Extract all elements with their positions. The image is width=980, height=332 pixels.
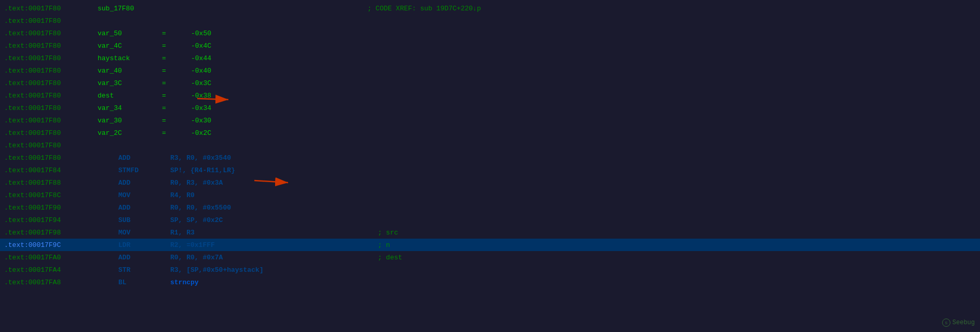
addr-15: .text:00017F88 bbox=[4, 179, 98, 187]
mnemonic-22: STR bbox=[118, 266, 170, 274]
mnemonic-21: ADD bbox=[118, 254, 170, 261]
code-line-14: .text:00017F84 STMFD SP!, {R4-R11,LR} bbox=[0, 164, 980, 176]
value-7: -0x3C bbox=[191, 79, 211, 87]
equals-11: = bbox=[160, 129, 191, 137]
equals-6: = bbox=[160, 67, 191, 75]
addr-13: .text:00017F80 bbox=[4, 154, 98, 162]
mnemonic-23: BL bbox=[118, 279, 170, 286]
comment-21: ; dest bbox=[378, 254, 402, 261]
mnemonic-18: SUB bbox=[118, 216, 170, 224]
operands-17: R0, R0, #0x5500 bbox=[170, 204, 316, 212]
seebug-logo: S bbox=[942, 319, 950, 327]
value-9: -0x34 bbox=[191, 104, 211, 112]
code-line-10: .text:00017F80 var_30 = -0x30 bbox=[0, 114, 980, 127]
addr-22: .text:00017FA4 bbox=[4, 266, 98, 274]
code-line-15: .text:00017F88 ADD R0, R3, #0x3A bbox=[0, 176, 980, 189]
code-line-20: .text:00017F9C LDR R2, =0x1FFF ; n bbox=[0, 239, 980, 251]
value-6: -0x40 bbox=[191, 67, 211, 75]
value-4: -0x4C bbox=[191, 42, 211, 50]
addr-11: .text:00017F80 bbox=[4, 129, 98, 137]
equals-10: = bbox=[160, 117, 191, 125]
operands-21: R0, R0, #0x7A bbox=[170, 254, 316, 261]
value-10: -0x30 bbox=[191, 117, 211, 125]
addr-5: .text:00017F80 bbox=[4, 54, 98, 62]
operands-16: R4, R0 bbox=[170, 191, 316, 199]
equals-9: = bbox=[160, 104, 191, 112]
equals-4: = bbox=[160, 42, 191, 50]
mnemonic-16: MOV bbox=[118, 191, 170, 199]
addr-21: .text:00017FA0 bbox=[4, 254, 98, 261]
addr-8: .text:00017F80 bbox=[4, 92, 98, 100]
code-line-6: .text:00017F80 var_40 = -0x40 bbox=[0, 64, 980, 77]
addr-20: .text:00017F9C bbox=[4, 241, 98, 249]
mnemonic-17: ADD bbox=[118, 204, 170, 212]
xref-comment: ; CODE XREF: sub 19D7C+220↓p bbox=[367, 5, 481, 12]
addr-7: .text:00017F80 bbox=[4, 79, 98, 87]
addr-16: .text:00017F8C bbox=[4, 191, 98, 199]
code-line-2: .text:00017F80 bbox=[0, 15, 980, 27]
value-5: -0x44 bbox=[191, 54, 211, 62]
comment-19: ; src bbox=[378, 229, 398, 237]
addr-1: .text:00017F80 bbox=[4, 5, 98, 12]
operands-13: R3, R0, #0x3540 bbox=[170, 154, 316, 162]
addr-14: .text:00017F84 bbox=[4, 167, 98, 174]
mnemonic-14: STMFD bbox=[118, 167, 170, 174]
value-3: -0x50 bbox=[191, 30, 211, 37]
mnemonic-15: ADD bbox=[118, 179, 170, 187]
code-line-13: .text:00017F80 ADD R3, R0, #0x3540 bbox=[0, 151, 980, 164]
label-7: var_3C bbox=[98, 79, 160, 87]
code-line-8: .text:00017F80 dest = -0x38 bbox=[0, 89, 980, 102]
addr-6: .text:00017F80 bbox=[4, 67, 98, 75]
operands-15: R0, R3, #0x3A bbox=[170, 179, 316, 187]
addr-3: .text:00017F80 bbox=[4, 30, 98, 37]
addr-18: .text:00017F94 bbox=[4, 216, 98, 224]
equals-7: = bbox=[160, 79, 191, 87]
addr-2: .text:00017F80 bbox=[4, 17, 98, 25]
equals-8: = bbox=[160, 92, 191, 100]
addr-17: .text:00017F90 bbox=[4, 204, 98, 212]
addr-23: .text:00017FA8 bbox=[4, 279, 98, 286]
code-line-17: .text:00017F90 ADD R0, R0, #0x5500 bbox=[0, 201, 980, 214]
code-line-3: .text:00017F80 var_50 = -0x50 bbox=[0, 27, 980, 39]
code-line-16: .text:00017F8C MOV R4, R0 bbox=[0, 189, 980, 201]
addr-19: .text:00017F98 bbox=[4, 229, 98, 237]
addr-12: .text:00017F80 bbox=[4, 142, 98, 149]
code-line-5: .text:00017F80 haystack = -0x44 bbox=[0, 52, 980, 64]
mnemonic-19: MOV bbox=[118, 229, 170, 237]
watermark-text: Seebug bbox=[952, 319, 975, 326]
label-4: var_4C bbox=[98, 42, 160, 50]
equals-3: = bbox=[160, 30, 191, 37]
addr-4: .text:00017F80 bbox=[4, 42, 98, 50]
addr-10: .text:00017F80 bbox=[4, 117, 98, 125]
code-line-22: .text:00017FA4 STR R3, [SP,#0x50+haystac… bbox=[0, 264, 980, 276]
label-1: sub_17F80 bbox=[98, 5, 160, 12]
code-line-18: .text:00017F94 SUB SP, SP, #0x2C bbox=[0, 214, 980, 226]
operands-22: R3, [SP,#0x50+haystack] bbox=[170, 266, 316, 274]
code-line-1: .text:00017F80 sub_17F80 ; CODE XREF: su… bbox=[0, 2, 980, 15]
label-8: dest bbox=[98, 92, 160, 100]
code-line-9: .text:00017F80 var_34 = -0x34 bbox=[0, 102, 980, 114]
label-3: var_50 bbox=[98, 30, 160, 37]
operands-19: R1, R3 bbox=[170, 229, 316, 237]
code-line-19: .text:00017F98 MOV R1, R3 ; src bbox=[0, 226, 980, 239]
value-11: -0x2C bbox=[191, 129, 211, 137]
addr-9: .text:00017F80 bbox=[4, 104, 98, 112]
code-container: .text:00017F80 sub_17F80 ; CODE XREF: su… bbox=[0, 0, 980, 290]
value-8: -0x38 bbox=[191, 92, 211, 100]
operands-18: SP, SP, #0x2C bbox=[170, 216, 316, 224]
code-line-4: .text:00017F80 var_4C = -0x4C bbox=[0, 39, 980, 52]
code-line-23: .text:00017FA8 BL strncpy bbox=[0, 276, 980, 288]
code-line-11: .text:00017F80 var_2C = -0x2C bbox=[0, 127, 980, 139]
comment-20: ; n bbox=[378, 241, 390, 249]
label-11: var_2C bbox=[98, 129, 160, 137]
mnemonic-20: LDR bbox=[118, 241, 170, 249]
watermark: S Seebug bbox=[942, 319, 975, 327]
operands-23: strncpy bbox=[170, 279, 316, 286]
code-line-7: .text:00017F80 var_3C = -0x3C bbox=[0, 77, 980, 89]
label-10: var_30 bbox=[98, 117, 160, 125]
label-6: var_40 bbox=[98, 67, 160, 75]
label-9: var_34 bbox=[98, 104, 160, 112]
code-line-21: .text:00017FA0 ADD R0, R0, #0x7A ; dest bbox=[0, 251, 980, 264]
equals-5: = bbox=[160, 54, 191, 62]
mnemonic-13: ADD bbox=[118, 154, 170, 162]
